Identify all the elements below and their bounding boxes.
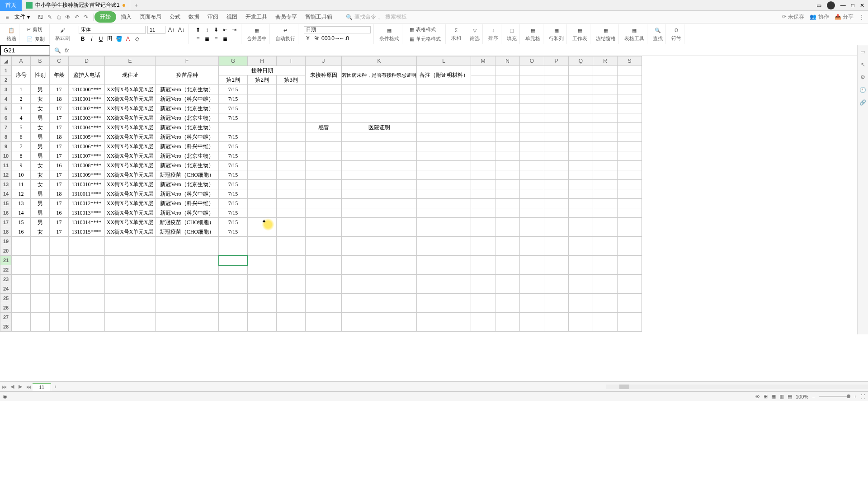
header-dose1[interactable]: 第1剂 [219, 75, 248, 85]
view-normal-icon[interactable]: ▦ [771, 394, 776, 399]
indent-dec-icon[interactable]: ⇤ [221, 26, 229, 34]
menu-tab-页面布局[interactable]: 页面布局 [136, 11, 165, 23]
avatar[interactable] [827, 1, 835, 9]
tab-home[interactable]: 首页 [0, 0, 22, 11]
zoom-in-icon[interactable]: + [854, 394, 857, 399]
merge-button[interactable]: ▦ [253, 27, 261, 34]
select-icon[interactable]: ▭ [860, 49, 865, 55]
symbol-button[interactable]: Ω [673, 27, 680, 34]
zoom-value[interactable]: 100% [796, 394, 808, 399]
sheet-nav-first-icon[interactable]: ⏮ [0, 384, 8, 389]
zoom-slider[interactable] [819, 396, 850, 397]
sheet-nav-next-icon[interactable]: ▶ [16, 384, 24, 389]
menu-tab-数据[interactable]: 数据 [185, 11, 203, 23]
header-proof[interactable]: 若因病未种，是否有接种禁忌证明 [342, 66, 417, 85]
font-name-select[interactable] [79, 26, 146, 34]
percent-icon[interactable]: % [313, 34, 321, 42]
align-bottom-icon[interactable]: ⬇ [212, 26, 220, 34]
col-header-G[interactable]: G [219, 56, 248, 66]
view-page-icon[interactable]: ▥ [779, 394, 784, 399]
currency-icon[interactable]: ¥ [304, 34, 312, 42]
header-reason[interactable]: 未接种原因 [306, 66, 342, 85]
col-header-B[interactable]: B [31, 56, 50, 66]
wrap-button[interactable]: ↵ [282, 27, 289, 34]
formula-input[interactable] [73, 46, 868, 55]
menu-tab-公式[interactable]: 公式 [166, 11, 184, 23]
view-icon[interactable]: ⊞ [764, 394, 768, 399]
menu-tab-审阅[interactable]: 审阅 [204, 11, 222, 23]
number-format-select[interactable] [304, 26, 371, 33]
decrease-font-icon[interactable]: A↓ [177, 26, 185, 34]
bold-button[interactable]: B [79, 35, 87, 43]
zoom-out-icon[interactable]: − [812, 394, 815, 399]
header-tel[interactable]: 监护人电话 [69, 66, 105, 85]
col-header-I[interactable]: I [277, 56, 306, 66]
menu-tab-智能工具箱[interactable]: 智能工具箱 [302, 11, 336, 23]
undo-icon[interactable]: ↶ [73, 14, 80, 21]
tab-document[interactable]: 中小学学生接种新冠疫苗登记台账1 [22, 0, 130, 11]
link-icon[interactable]: 🔗 [859, 99, 866, 106]
col-header-D[interactable]: D [69, 56, 105, 66]
fx-search-icon[interactable]: 🔍 [54, 47, 61, 54]
hamburger-icon[interactable]: ≡ [4, 14, 11, 21]
find-button[interactable]: 🔍 [653, 27, 663, 34]
sheet-nav-prev-icon[interactable]: ◀ [8, 384, 16, 389]
fontcolor-button[interactable]: A [124, 35, 132, 43]
cut-button[interactable]: ✂ 剪切 [25, 25, 44, 34]
clearfmt-button[interactable]: ◇ [133, 35, 141, 43]
close-icon[interactable]: ✕ [860, 2, 864, 9]
align-right-icon[interactable]: ≡ [212, 35, 220, 43]
record-icon[interactable]: ◉ [3, 394, 7, 399]
header-dates[interactable]: 接种日期 [219, 66, 306, 75]
header-age[interactable]: 年龄 [50, 66, 69, 85]
selected-cell[interactable] [219, 256, 248, 265]
sheet-nav-last-icon[interactable]: ⏭ [24, 384, 33, 389]
tabletool-button[interactable]: ▦ [630, 27, 638, 34]
sum-button[interactable]: Σ [453, 27, 460, 34]
sheet-tab-active[interactable]: 11 [33, 383, 51, 391]
col-header-H[interactable]: H [248, 56, 277, 66]
fill-button[interactable]: ▢ [508, 27, 516, 34]
increase-font-icon[interactable]: A↑ [167, 26, 175, 34]
freeze-button[interactable]: ▦ [602, 27, 610, 34]
align-left-icon[interactable]: ≡ [194, 35, 202, 43]
col-header-S[interactable]: S [618, 56, 642, 66]
share-button[interactable]: 📤 分享 [835, 13, 854, 21]
col-header-A[interactable]: A [12, 56, 31, 66]
preview-icon[interactable]: 👁 [64, 14, 71, 21]
formatbrush-button[interactable]: 🖌 [58, 27, 67, 34]
copy-button[interactable]: 📄 复制 [25, 35, 47, 43]
align-justify-icon[interactable]: ≣ [221, 35, 229, 43]
spreadsheet-area[interactable]: ◢ABCDEFGHIJKLMNOPQRS1序号性别年龄监护人电话现住址疫苗品种接… [0, 56, 868, 381]
border-button[interactable]: 田 [106, 35, 114, 43]
menu-tab-插入[interactable]: 插入 [117, 11, 135, 23]
font-size-select[interactable] [147, 26, 165, 34]
col-header-N[interactable]: N [495, 56, 520, 66]
sort-button[interactable]: ↕ [490, 27, 496, 34]
header-sex[interactable]: 性别 [31, 66, 50, 85]
col-header-K[interactable]: K [342, 56, 417, 66]
rowcol-button[interactable]: ▦ [552, 27, 561, 34]
header-seq[interactable]: 序号 [12, 66, 31, 85]
col-header-E[interactable]: E [105, 56, 156, 66]
menu-file[interactable]: 文件▾ [12, 12, 33, 22]
comma-icon[interactable]: 000 [322, 34, 330, 42]
fillcolor-button[interactable]: 🪣 [115, 35, 123, 43]
dec-decimal-icon[interactable]: ←.0 [340, 34, 348, 42]
header-dose2[interactable]: 第2剂 [248, 75, 277, 85]
align-center-icon[interactable]: ≣ [203, 35, 211, 43]
fullscreen-icon[interactable]: ⛶ [860, 394, 865, 399]
menu-tab-视图[interactable]: 视图 [223, 11, 241, 23]
tablefmt-button[interactable]: ▦ 表格样式 [408, 25, 438, 34]
col-header-L[interactable]: L [417, 56, 471, 66]
collab-button[interactable]: 👥 协作 [810, 13, 829, 21]
maximize-icon[interactable]: □ [851, 2, 854, 9]
tab-add[interactable]: + [130, 0, 142, 10]
save-icon[interactable]: 🖫 [37, 14, 44, 21]
paste-button[interactable]: 📋 [6, 27, 16, 34]
horizontal-scrollbar[interactable] [606, 385, 868, 389]
underline-button[interactable]: U [97, 35, 105, 43]
col-header-O[interactable]: O [520, 56, 544, 66]
col-header-R[interactable]: R [593, 56, 618, 66]
redo-icon[interactable]: ↷ [82, 14, 90, 21]
